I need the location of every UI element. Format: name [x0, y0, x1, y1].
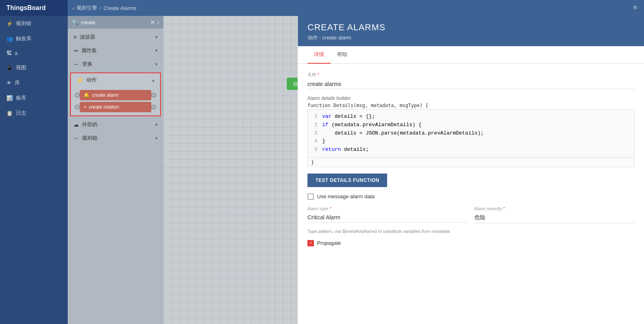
- right-panel-title: CREATE ALARMS: [307, 22, 634, 33]
- alarm-severity-label: Alarm severity *: [474, 206, 635, 211]
- use-message-alarm-label: Use message alarm data: [317, 193, 375, 199]
- right-panel-header: CREATE ALARMS 动作 - create alarm: [298, 16, 644, 46]
- sidebar-item-assets[interactable]: 🏗 a: [0, 46, 68, 60]
- propagate-row: ✓ Propagate: [307, 240, 634, 246]
- clear-search-button[interactable]: ✕: [150, 19, 155, 25]
- category-filters[interactable]: ≡ 滤波器 ▾: [68, 30, 163, 44]
- use-message-alarm-row: Use message alarm data: [307, 193, 634, 200]
- transform-arrow-icon: ▾: [155, 62, 158, 67]
- node-item-create-relation[interactable]: + create relation: [75, 102, 156, 112]
- alarm-type-severity-row: Alarm type * Critical Alarm Type pattern…: [307, 206, 634, 234]
- alarm-details-label: Alarm details builder: [307, 96, 634, 101]
- sidebar-item-rule-chains[interactable]: ⚡ 规则链: [0, 16, 68, 31]
- breadcrumb-current: Create Alarms: [104, 5, 136, 11]
- name-label: 名称 *: [307, 72, 634, 78]
- action-nodes: 🔔 create alarm + create relation: [71, 87, 160, 115]
- input-node-body[interactable]: ⊟ Input: [287, 78, 298, 90]
- search-icon: 🔍: [72, 19, 78, 25]
- breadcrumb: ‹ 规则引擎 / Create Alarms: [72, 4, 136, 12]
- rule-chain-arrow-icon: ▾: [155, 136, 158, 141]
- category-action[interactable]: ⚡ 动作 ▴: [71, 73, 160, 87]
- propagate-checkbox[interactable]: ✓: [307, 240, 314, 246]
- alarm-type-label: Alarm type *: [307, 206, 468, 211]
- right-panel-tabs: 详情 帮助: [298, 46, 644, 64]
- category-external[interactable]: ☁ 外部的 ▾: [68, 118, 163, 131]
- breadcrumb-rule-engine[interactable]: 规则引擎: [76, 4, 97, 12]
- sidebar-item-audit-logs[interactable]: 📋 日志: [0, 105, 68, 121]
- transform-icon: ↔: [73, 61, 79, 67]
- rule-chain-icon: ↔: [73, 135, 79, 141]
- alarm-icon: 🔔: [84, 92, 90, 98]
- node-connector-right-alarm: [151, 93, 156, 98]
- external-icon: ☁: [73, 121, 79, 128]
- customers-icon: 👥: [6, 36, 13, 42]
- canvas-area[interactable]: ⊟ Input: [163, 16, 298, 324]
- code-line-5: 5 return details;: [308, 146, 634, 154]
- alarm-severity-required: *: [503, 206, 505, 211]
- entity-views-icon: 👁: [6, 80, 12, 86]
- enrichment-arrow-icon: ▾: [155, 48, 158, 53]
- tab-details[interactable]: 详情: [307, 46, 331, 64]
- alarm-type-value[interactable]: Critical Alarm: [307, 213, 468, 223]
- function-signature: function Details(msg, metadata, msgType)…: [307, 103, 634, 108]
- alarm-severity-value[interactable]: 危险: [474, 213, 635, 223]
- code-editor[interactable]: 1 var details = {}; 2 if (metadata.prevA…: [307, 109, 634, 158]
- name-required: *: [317, 72, 319, 77]
- right-panel-content: 名称 * create alarms Alarm details builder…: [298, 64, 644, 324]
- node-body-create-alarm[interactable]: 🔔 create alarm: [80, 90, 151, 100]
- node-body-create-relation[interactable]: + create relation: [80, 102, 151, 112]
- search-icon[interactable]: 🔍: [633, 5, 639, 11]
- alarm-type-section: Alarm type * Critical Alarm Type pattern…: [307, 206, 468, 234]
- collapse-panel-button[interactable]: ‹: [157, 19, 159, 25]
- search-input[interactable]: [81, 20, 148, 25]
- name-value[interactable]: create alarms: [307, 79, 634, 89]
- right-panel: CREATE ALARMS 动作 - create alarm 详情 帮助 名称…: [298, 16, 644, 324]
- node-connector-left-alarm: [75, 93, 80, 98]
- rule-chains-icon: ⚡: [6, 21, 13, 27]
- breadcrumb-separator: /: [100, 5, 101, 11]
- use-message-alarm-checkbox[interactable]: [307, 193, 314, 200]
- code-line-1: 1 var details = {};: [308, 113, 634, 121]
- top-bar: ‹ 规则引擎 / Create Alarms 🔍: [68, 0, 644, 16]
- code-line-3: 3 details = JSON.parse(metadata.prevAlar…: [308, 129, 634, 138]
- canvas-node-input[interactable]: ⊟ Input: [287, 78, 298, 90]
- category-enrichment[interactable]: ⇒ 属性集 ▾: [68, 44, 163, 57]
- alarm-type-required: *: [330, 206, 331, 211]
- assets-icon: 🏗: [6, 50, 12, 56]
- category-rule-chain[interactable]: ↔ 规则链 ▾: [68, 131, 163, 145]
- node-categories: ≡ 滤波器 ▾ ⇒ 属性集 ▾ ↔ 变换 ▾: [68, 29, 163, 324]
- alarm-type-hint: Type pattern, use ${metaKeyName} to subs…: [307, 229, 468, 234]
- node-connector-left-relation: [75, 105, 80, 109]
- category-action-container: ⚡ 动作 ▴ 🔔 create alarm: [70, 72, 161, 116]
- node-panel: 🔍 ✕ ‹ ≡ 滤波器 ▾ ⇒ 属性集 ▾: [68, 16, 163, 324]
- content-area: 🔍 ✕ ‹ ≡ 滤波器 ▾ ⇒ 属性集 ▾: [68, 16, 644, 324]
- tab-help[interactable]: 帮助: [331, 46, 354, 64]
- input-node-icon: ⊟: [293, 81, 298, 87]
- sidebar-nav: ThingsBoard ⚡ 规则链 👥 触发库 🏗 a 📱 视图 👁 库 📊 板…: [0, 0, 68, 324]
- action-arrow-icon: ▴: [152, 78, 155, 83]
- test-details-function-button[interactable]: TEST DETAILS FUNCTION: [307, 174, 387, 187]
- sidebar-logo: ThingsBoard: [0, 0, 68, 16]
- node-connector-right-relation: [151, 105, 156, 109]
- breadcrumb-back-icon[interactable]: ‹: [72, 5, 74, 11]
- filters-icon: ≡: [73, 34, 76, 40]
- node-item-create-alarm[interactable]: 🔔 create alarm: [75, 90, 156, 100]
- category-transform[interactable]: ↔ 变换 ▾: [68, 57, 163, 71]
- relation-icon: +: [84, 104, 86, 110]
- main-area: ‹ 规则引擎 / Create Alarms 🔍 🔍 ✕ ‹ ≡ 滤波器: [68, 0, 644, 324]
- sidebar-item-dashboards[interactable]: 📊 板库: [0, 90, 68, 105]
- sidebar-item-customers[interactable]: 👥 触发库: [0, 31, 68, 46]
- dashboards-icon: 📊: [6, 95, 13, 101]
- sidebar-item-entity-views[interactable]: 👁 库: [0, 75, 68, 90]
- filters-arrow-icon: ▾: [155, 35, 158, 40]
- external-arrow-icon: ▾: [155, 122, 158, 127]
- right-panel-subtitle: 动作 - create alarm: [307, 34, 634, 41]
- enrichment-icon: ⇒: [73, 47, 78, 54]
- devices-icon: 📱: [6, 65, 13, 71]
- code-closing: }: [307, 158, 634, 167]
- search-bar: 🔍 ✕ ‹: [68, 16, 163, 29]
- action-icon: ⚡: [76, 77, 83, 83]
- sidebar-item-devices[interactable]: 📱 视图: [0, 60, 68, 75]
- alarm-severity-section: Alarm severity * 危险: [474, 206, 635, 234]
- code-line-2: 2 if (metadata.prevAlarmDetails) {: [308, 121, 634, 129]
